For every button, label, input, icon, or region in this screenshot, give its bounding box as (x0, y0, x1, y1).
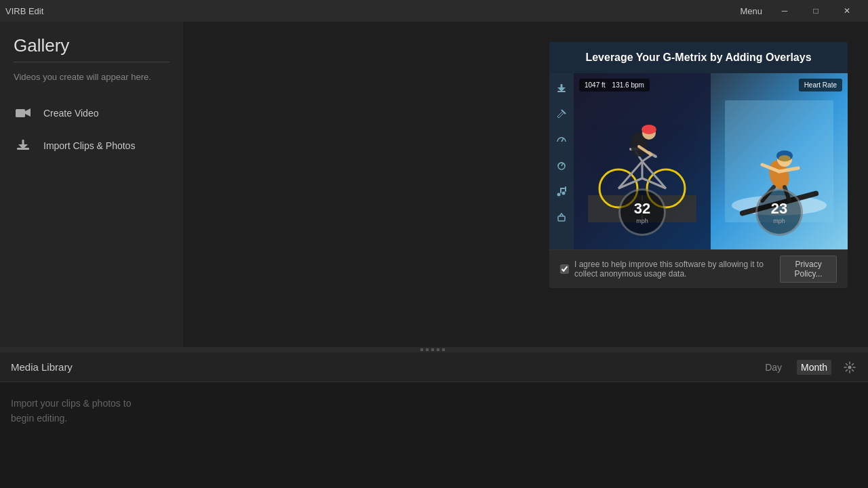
consent-text: I agree to help improve this software by… (574, 260, 780, 279)
gallery-subtitle: Videos you create will appear here. (14, 72, 170, 82)
import-clips-label: Import Clips & Photos (43, 140, 135, 151)
minimize-icon: ─ (782, 6, 788, 16)
svg-point-43 (778, 155, 791, 162)
speed-unit-right: mph (773, 218, 785, 224)
minimize-button[interactable]: ─ (769, 0, 800, 22)
svg-rect-0 (16, 109, 25, 117)
privacy-policy-button[interactable]: Privacy Policy... (780, 256, 837, 283)
speed-gauge-left: 32 mph (618, 188, 666, 236)
media-library: Media Library Day Month Import your clip… (0, 352, 868, 488)
restore-button[interactable]: □ (800, 0, 831, 22)
gallery-divider (14, 62, 170, 62)
promo-card: Leverage Your G-Metrix by Adding Overlay… (549, 42, 848, 288)
edit-icon[interactable] (553, 106, 570, 122)
download-icon[interactable] (553, 80, 570, 96)
main-area: Gallery Videos you create will appear he… (0, 22, 868, 347)
music-icon[interactable] (553, 183, 570, 199)
resize-dots-icon (420, 348, 448, 351)
promo-images: 1047 ft 131.6 bpm (574, 73, 848, 249)
left-panel: Gallery Videos you create will appear he… (0, 22, 183, 347)
gallery-title: Gallery (14, 35, 170, 56)
speed-value-right: 23 (771, 200, 787, 218)
speed-unit-left: mph (636, 218, 648, 224)
svg-rect-16 (560, 188, 565, 189)
media-library-content: Import your clips & photos to begin edit… (0, 382, 868, 488)
titlebar-left: VIRB Edit (5, 6, 43, 16)
consent-checkbox[interactable] (560, 264, 569, 274)
import-clips-item[interactable]: Import Clips & Photos (0, 129, 183, 162)
svg-point-13 (562, 192, 566, 195)
svg-point-12 (557, 193, 561, 197)
speed-icon[interactable] (553, 157, 570, 174)
svg-marker-1 (25, 108, 31, 117)
consent-bar: I agree to help improve this software by… (549, 249, 848, 288)
import-icon (14, 136, 33, 155)
promo-header: Leverage Your G-Metrix by Adding Overlay… (549, 42, 848, 73)
promo-image-snowboarder: Heart Rate (711, 73, 848, 249)
svg-rect-17 (558, 216, 565, 221)
left-actions: Create Video Import Clips & Photos (0, 90, 183, 169)
promo-image-cyclist: 1047 ft 131.6 bpm (574, 73, 711, 249)
view-month-button[interactable]: Month (797, 360, 831, 375)
media-library-header: Media Library Day Month (0, 352, 868, 382)
settings-icon[interactable] (842, 360, 857, 375)
media-library-hint-line1: Import your clips & photos to (11, 398, 131, 409)
media-library-title: Media Library (11, 361, 73, 373)
right-panel: Leverage Your G-Metrix by Adding Overlay… (183, 22, 868, 347)
media-library-hint: Import your clips & photos to begin edit… (11, 396, 857, 426)
svg-line-9 (561, 138, 564, 142)
media-library-controls: Day Month (761, 360, 857, 375)
speed-gauge-right: 23 mph (755, 188, 803, 236)
close-button[interactable]: ✕ (831, 0, 863, 22)
menu-button[interactable]: Menu (733, 3, 769, 19)
gallery-header: Gallery Videos you create will appear he… (0, 22, 183, 90)
svg-point-46 (848, 365, 852, 369)
gauge-icon[interactable] (553, 131, 570, 148)
promo-sidebar-wrapper: 1047 ft 131.6 bpm (549, 73, 848, 249)
restore-icon: □ (813, 6, 818, 16)
app-title: VIRB Edit (5, 6, 43, 16)
create-video-label: Create Video (43, 108, 98, 119)
share-icon[interactable] (553, 209, 570, 225)
svg-rect-15 (565, 186, 566, 192)
create-video-item[interactable]: Create Video (0, 97, 183, 129)
svg-point-33 (642, 125, 656, 134)
media-library-hint-line2: begin editing. (11, 413, 67, 424)
view-day-button[interactable]: Day (761, 360, 786, 375)
svg-line-11 (561, 163, 563, 166)
consent-left: I agree to help improve this software by… (560, 260, 780, 279)
resize-handle[interactable] (0, 347, 868, 352)
titlebar: VIRB Edit Menu ─ □ ✕ (0, 0, 868, 22)
close-icon: ✕ (844, 6, 850, 16)
camera-icon (14, 104, 33, 123)
speed-value-left: 32 (634, 200, 650, 218)
promo-sidebar (549, 73, 574, 249)
